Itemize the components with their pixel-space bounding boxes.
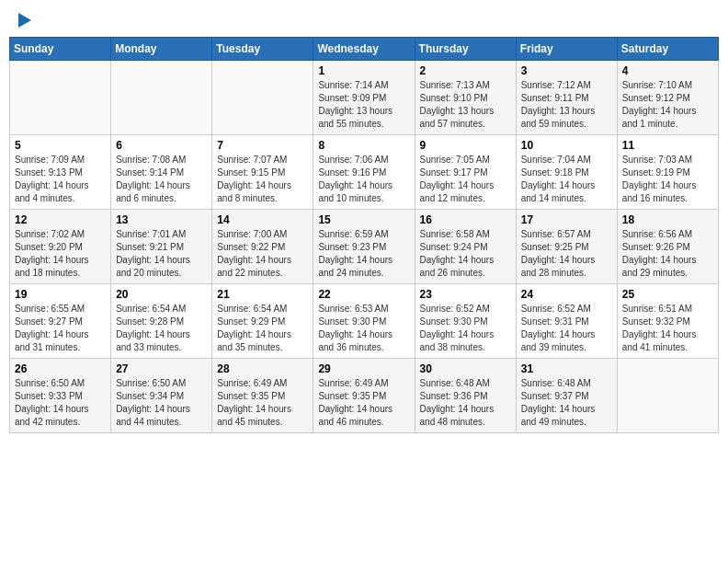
calendar-cell: 27Sunrise: 6:50 AM Sunset: 9:34 PM Dayli… <box>111 359 212 433</box>
day-info: Sunrise: 6:49 AM Sunset: 9:35 PM Dayligh… <box>217 377 308 429</box>
calendar-cell: 1Sunrise: 7:14 AM Sunset: 9:09 PM Daylig… <box>313 61 415 135</box>
day-number: 14 <box>217 213 308 226</box>
weekday-header-sunday: Sunday <box>10 38 111 61</box>
calendar-cell <box>212 61 313 135</box>
day-info: Sunrise: 6:54 AM Sunset: 9:28 PM Dayligh… <box>116 303 207 354</box>
day-number: 16 <box>420 213 511 226</box>
day-info: Sunrise: 6:54 AM Sunset: 9:29 PM Dayligh… <box>217 303 308 354</box>
calendar-cell: 22Sunrise: 6:53 AM Sunset: 9:30 PM Dayli… <box>313 284 415 359</box>
calendar-cell: 18Sunrise: 6:56 AM Sunset: 9:26 PM Dayli… <box>617 210 718 284</box>
weekday-header-friday: Friday <box>516 38 617 61</box>
day-number: 18 <box>622 213 713 226</box>
day-info: Sunrise: 6:50 AM Sunset: 9:34 PM Dayligh… <box>116 377 207 429</box>
logo <box>17 13 31 28</box>
day-number: 8 <box>318 139 409 152</box>
day-info: Sunrise: 6:49 AM Sunset: 9:35 PM Dayligh… <box>318 377 409 429</box>
calendar-cell: 3Sunrise: 7:12 AM Sunset: 9:11 PM Daylig… <box>516 61 617 135</box>
calendar-cell: 10Sunrise: 7:04 AM Sunset: 9:18 PM Dayli… <box>516 135 617 210</box>
calendar-cell: 25Sunrise: 6:51 AM Sunset: 9:32 PM Dayli… <box>617 284 718 359</box>
day-info: Sunrise: 7:06 AM Sunset: 9:16 PM Dayligh… <box>318 154 409 205</box>
calendar-cell: 28Sunrise: 6:49 AM Sunset: 9:35 PM Dayli… <box>212 359 313 433</box>
day-info: Sunrise: 6:52 AM Sunset: 9:31 PM Dayligh… <box>521 303 612 354</box>
calendar-cell: 31Sunrise: 6:48 AM Sunset: 9:37 PM Dayli… <box>516 359 617 433</box>
day-number: 6 <box>116 139 207 152</box>
calendar-cell: 4Sunrise: 7:10 AM Sunset: 9:12 PM Daylig… <box>617 61 718 135</box>
calendar-table: SundayMondayTuesdayWednesdayThursdayFrid… <box>9 37 719 433</box>
day-number: 17 <box>521 213 612 226</box>
calendar-cell: 19Sunrise: 6:55 AM Sunset: 9:27 PM Dayli… <box>10 284 111 359</box>
weekday-header-monday: Monday <box>111 38 212 61</box>
day-number: 30 <box>420 362 511 375</box>
day-number: 4 <box>622 64 713 77</box>
day-number: 24 <box>521 288 612 301</box>
day-info: Sunrise: 6:57 AM Sunset: 9:25 PM Dayligh… <box>521 228 612 280</box>
day-number: 31 <box>521 362 612 375</box>
calendar-header-row: SundayMondayTuesdayWednesdayThursdayFrid… <box>10 38 719 61</box>
day-number: 12 <box>15 213 106 226</box>
day-info: Sunrise: 6:58 AM Sunset: 9:24 PM Dayligh… <box>420 228 511 280</box>
day-number: 26 <box>15 362 106 375</box>
day-info: Sunrise: 7:13 AM Sunset: 9:10 PM Dayligh… <box>420 79 511 131</box>
calendar-cell: 8Sunrise: 7:06 AM Sunset: 9:16 PM Daylig… <box>313 135 415 210</box>
day-number: 15 <box>318 213 409 226</box>
day-number: 5 <box>15 139 106 152</box>
day-number: 23 <box>420 288 511 301</box>
day-number: 7 <box>217 139 308 152</box>
calendar-cell: 2Sunrise: 7:13 AM Sunset: 9:10 PM Daylig… <box>415 61 516 135</box>
day-info: Sunrise: 7:01 AM Sunset: 9:21 PM Dayligh… <box>116 228 207 280</box>
calendar-cell: 23Sunrise: 6:52 AM Sunset: 9:30 PM Dayli… <box>415 284 516 359</box>
day-number: 22 <box>318 288 409 301</box>
day-info: Sunrise: 7:07 AM Sunset: 9:15 PM Dayligh… <box>217 154 308 205</box>
calendar-cell <box>10 61 111 135</box>
day-number: 27 <box>116 362 207 375</box>
calendar-cell: 14Sunrise: 7:00 AM Sunset: 9:22 PM Dayli… <box>212 210 313 284</box>
day-info: Sunrise: 7:05 AM Sunset: 9:17 PM Dayligh… <box>420 154 511 205</box>
day-info: Sunrise: 7:03 AM Sunset: 9:19 PM Dayligh… <box>622 154 713 205</box>
day-info: Sunrise: 7:00 AM Sunset: 9:22 PM Dayligh… <box>217 228 308 280</box>
day-info: Sunrise: 7:14 AM Sunset: 9:09 PM Dayligh… <box>318 79 409 131</box>
day-info: Sunrise: 7:08 AM Sunset: 9:14 PM Dayligh… <box>116 154 207 205</box>
calendar-week-2: 5Sunrise: 7:09 AM Sunset: 9:13 PM Daylig… <box>10 135 719 210</box>
day-number: 3 <box>521 64 612 77</box>
calendar-cell <box>111 61 212 135</box>
calendar-cell: 6Sunrise: 7:08 AM Sunset: 9:14 PM Daylig… <box>111 135 212 210</box>
day-info: Sunrise: 6:48 AM Sunset: 9:37 PM Dayligh… <box>521 377 612 429</box>
calendar-cell: 30Sunrise: 6:48 AM Sunset: 9:36 PM Dayli… <box>415 359 516 433</box>
day-info: Sunrise: 7:12 AM Sunset: 9:11 PM Dayligh… <box>521 79 612 131</box>
day-info: Sunrise: 6:50 AM Sunset: 9:33 PM Dayligh… <box>15 377 106 429</box>
day-number: 10 <box>521 139 612 152</box>
weekday-header-wednesday: Wednesday <box>313 38 415 61</box>
calendar-cell: 12Sunrise: 7:02 AM Sunset: 9:20 PM Dayli… <box>10 210 111 284</box>
calendar-cell: 24Sunrise: 6:52 AM Sunset: 9:31 PM Dayli… <box>516 284 617 359</box>
day-number: 11 <box>622 139 713 152</box>
day-number: 1 <box>318 64 409 77</box>
day-number: 29 <box>318 362 409 375</box>
calendar-week-4: 19Sunrise: 6:55 AM Sunset: 9:27 PM Dayli… <box>10 284 719 359</box>
weekday-header-thursday: Thursday <box>415 38 516 61</box>
day-number: 19 <box>15 288 106 301</box>
calendar-cell: 9Sunrise: 7:05 AM Sunset: 9:17 PM Daylig… <box>415 135 516 210</box>
day-number: 28 <box>217 362 308 375</box>
logo-arrow-icon <box>18 13 31 28</box>
calendar-cell: 5Sunrise: 7:09 AM Sunset: 9:13 PM Daylig… <box>10 135 111 210</box>
calendar-week-1: 1Sunrise: 7:14 AM Sunset: 9:09 PM Daylig… <box>10 61 719 135</box>
calendar-cell: 7Sunrise: 7:07 AM Sunset: 9:15 PM Daylig… <box>212 135 313 210</box>
calendar-week-3: 12Sunrise: 7:02 AM Sunset: 9:20 PM Dayli… <box>10 210 719 284</box>
calendar-cell: 11Sunrise: 7:03 AM Sunset: 9:19 PM Dayli… <box>617 135 718 210</box>
calendar-cell: 15Sunrise: 6:59 AM Sunset: 9:23 PM Dayli… <box>313 210 415 284</box>
day-info: Sunrise: 6:56 AM Sunset: 9:26 PM Dayligh… <box>622 228 713 280</box>
day-info: Sunrise: 7:10 AM Sunset: 9:12 PM Dayligh… <box>622 79 713 131</box>
day-info: Sunrise: 7:09 AM Sunset: 9:13 PM Dayligh… <box>15 154 106 205</box>
calendar-week-5: 26Sunrise: 6:50 AM Sunset: 9:33 PM Dayli… <box>10 359 719 433</box>
day-info: Sunrise: 6:52 AM Sunset: 9:30 PM Dayligh… <box>420 303 511 354</box>
calendar-cell: 21Sunrise: 6:54 AM Sunset: 9:29 PM Dayli… <box>212 284 313 359</box>
page-header <box>9 9 719 31</box>
day-number: 9 <box>420 139 511 152</box>
calendar-cell: 29Sunrise: 6:49 AM Sunset: 9:35 PM Dayli… <box>313 359 415 433</box>
day-number: 2 <box>420 64 511 77</box>
calendar-cell: 16Sunrise: 6:58 AM Sunset: 9:24 PM Dayli… <box>415 210 516 284</box>
weekday-header-tuesday: Tuesday <box>212 38 313 61</box>
calendar-cell: 26Sunrise: 6:50 AM Sunset: 9:33 PM Dayli… <box>10 359 111 433</box>
weekday-header-saturday: Saturday <box>617 38 718 61</box>
calendar-body: 1Sunrise: 7:14 AM Sunset: 9:09 PM Daylig… <box>10 61 719 433</box>
